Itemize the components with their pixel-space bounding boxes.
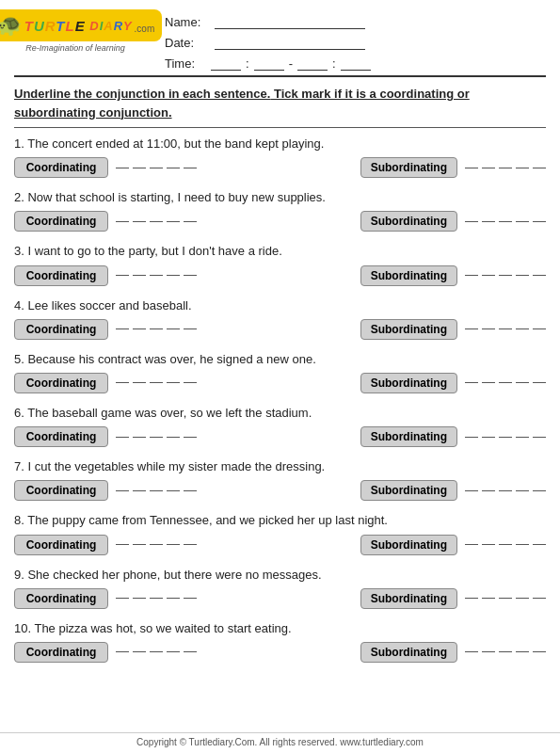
coord-dash-9-4: [184, 598, 197, 599]
name-line: [215, 14, 365, 29]
sub-dash-8-4: [533, 544, 546, 545]
subordinating-button-6[interactable]: Subordinating: [360, 426, 457, 447]
sentence-text-9: 9. She checked her phone, but there were…: [14, 567, 546, 584]
coord-dash-9-1: [133, 598, 146, 599]
sub-dash-10-2: [499, 651, 512, 652]
sub-dash-2-0: [465, 221, 478, 222]
coordinating-button-6[interactable]: Coordinating: [14, 426, 108, 447]
sub-dash-3-2: [499, 275, 512, 276]
sub-dashes-6: [465, 437, 546, 438]
subordinating-button-1[interactable]: Subordinating: [360, 157, 457, 178]
logo-tagline: Re-Imagination of learning: [25, 43, 125, 53]
sub-dash-5-4: [533, 382, 546, 383]
coord-dash-2-4: [184, 221, 197, 222]
coord-dashes-10: [116, 651, 197, 652]
coordinating-button-9[interactable]: Coordinating: [14, 588, 108, 609]
coord-dash-9-2: [150, 598, 163, 599]
time-seg1: [211, 56, 241, 71]
coordinating-button-2[interactable]: Coordinating: [14, 211, 108, 232]
sentence-text-3: 3. I want to go to the party, but I don'…: [14, 243, 546, 260]
sub-dash-7-0: [465, 490, 478, 491]
sub-dashes-2: [465, 221, 546, 222]
coord-dash-4-3: [167, 328, 180, 329]
sentence-block-10: 10. The pizza was hot, so we waited to s…: [0, 617, 560, 670]
sub-dash-1-4: [533, 168, 546, 168]
coord-dashes-9: [116, 598, 197, 599]
coordinating-button-10[interactable]: Coordinating: [14, 642, 108, 663]
coord-dash-6-3: [167, 437, 180, 438]
sentence-text-7: 7. I cut the vegetables while my sister …: [14, 458, 546, 475]
coord-dash-3-2: [150, 275, 163, 276]
sub-dash-8-2: [499, 544, 512, 545]
coordinating-button-7[interactable]: Coordinating: [14, 480, 108, 501]
logo-area: 🐢 TURTLE DIARY .com Re-Imagination of le…: [14, 9, 136, 53]
subordinating-button-5[interactable]: Subordinating: [360, 373, 457, 393]
checkbox-row-1: CoordinatingSubordinating: [14, 157, 546, 178]
time-dash: -: [288, 56, 294, 71]
footer-text: Copyright © Turtlediary.Com. All rights …: [136, 737, 424, 747]
sub-dash-5-0: [465, 382, 478, 383]
sentence-block-5: 5. Because his contract was over, he sig…: [0, 347, 560, 401]
coordinating-button-1[interactable]: Coordinating: [14, 157, 108, 178]
sentence-block-4: 4. Lee likes soccer and baseball.Coordin…: [0, 294, 560, 347]
instructions-divider: [14, 127, 546, 128]
subordinating-button-10[interactable]: Subordinating: [360, 642, 457, 663]
subordinating-button-3[interactable]: Subordinating: [360, 265, 457, 286]
checkbox-row-10: CoordinatingSubordinating: [14, 642, 546, 663]
checkbox-row-5: CoordinatingSubordinating: [14, 373, 546, 393]
sub-dashes-3: [465, 275, 546, 276]
sub-dash-1-2: [499, 168, 512, 168]
coord-dash-5-3: [167, 382, 180, 383]
sub-dash-6-0: [465, 437, 478, 438]
coord-dash-2-2: [150, 221, 163, 222]
name-date-area: Name: Date: Time: : - :: [136, 9, 546, 71]
sub-dash-6-2: [499, 437, 512, 438]
coord-dashes-6: [116, 437, 197, 438]
coord-dash-5-1: [133, 382, 146, 383]
sub-dashes-9: [465, 598, 546, 599]
coord-dash-5-2: [150, 382, 163, 383]
sub-dash-4-2: [499, 328, 512, 329]
time-seg3: [297, 56, 328, 71]
coord-dash-3-0: [116, 275, 129, 276]
coord-dashes-5: [116, 382, 197, 383]
coord-dash-3-4: [184, 275, 197, 276]
subordinating-button-8[interactable]: Subordinating: [360, 535, 457, 555]
subordinating-button-4[interactable]: Subordinating: [360, 319, 457, 340]
coordinating-button-8[interactable]: Coordinating: [14, 535, 108, 555]
sentence-block-3: 3. I want to go to the party, but I don'…: [0, 239, 560, 293]
sub-dash-7-2: [499, 490, 512, 491]
sub-dash-1-1: [482, 168, 495, 168]
sub-dash-5-3: [516, 382, 529, 383]
sub-dash-7-3: [516, 490, 529, 491]
coord-dashes-3: [116, 275, 197, 276]
coordinating-button-4[interactable]: Coordinating: [14, 319, 108, 340]
subordinating-button-7[interactable]: Subordinating: [360, 480, 457, 501]
coord-dash-3-3: [167, 275, 180, 276]
instructions: Underline the conjunction in each senten…: [0, 77, 560, 127]
sub-dash-9-2: [499, 598, 512, 599]
coord-dash-7-0: [116, 490, 129, 491]
coord-dashes-8: [116, 544, 197, 545]
sentence-text-2: 2. Now that school is starting, I need t…: [14, 189, 546, 206]
coord-dash-5-0: [116, 382, 129, 383]
time-colon2: :: [331, 56, 337, 71]
coord-dash-1-0: [116, 168, 129, 168]
coordinating-button-5[interactable]: Coordinating: [14, 373, 108, 393]
coord-dash-10-0: [116, 651, 129, 652]
sub-dash-3-3: [516, 275, 529, 276]
checkbox-row-2: CoordinatingSubordinating: [14, 211, 546, 232]
subordinating-button-2[interactable]: Subordinating: [360, 211, 457, 232]
sub-dash-10-1: [482, 651, 495, 652]
coordinating-button-3[interactable]: Coordinating: [14, 265, 108, 286]
sub-dashes-4: [465, 328, 546, 329]
sub-dash-7-1: [482, 490, 495, 491]
sub-dash-4-1: [482, 328, 495, 329]
checkbox-row-6: CoordinatingSubordinating: [14, 426, 546, 447]
subordinating-button-9[interactable]: Subordinating: [360, 588, 457, 609]
date-line: [215, 35, 365, 50]
time-colon1: :: [245, 56, 250, 71]
sub-dashes-5: [465, 382, 546, 383]
coord-dash-9-3: [167, 598, 180, 599]
sub-dashes-10: [465, 651, 546, 652]
